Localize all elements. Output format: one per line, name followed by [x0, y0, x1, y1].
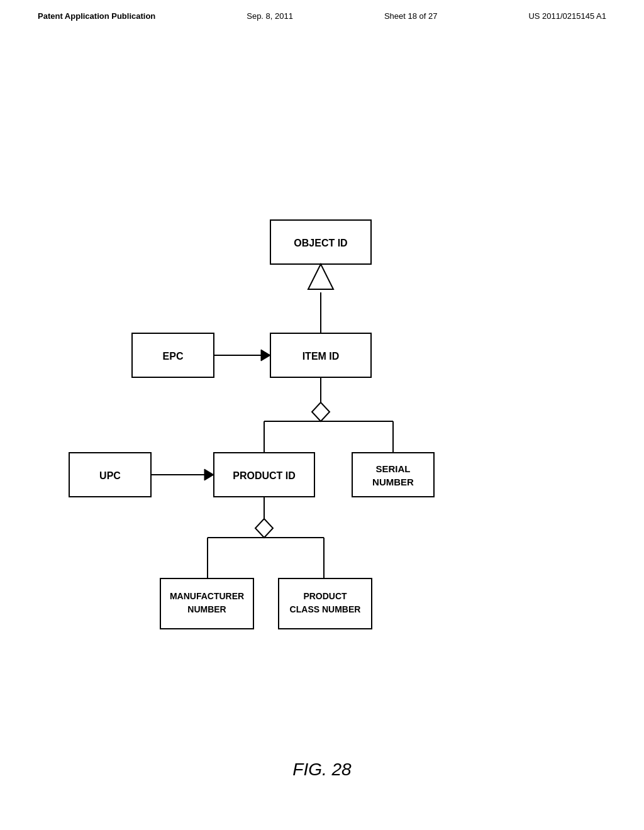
- svg-marker-20: [204, 469, 214, 480]
- figure-label: FIG. 28: [0, 760, 644, 780]
- header-date: Sep. 8, 2011: [247, 11, 293, 21]
- svg-rect-15: [214, 453, 314, 497]
- header-patent-number: US 2011/0215145 A1: [528, 11, 606, 21]
- header-sheet: Sheet 18 of 27: [384, 11, 438, 21]
- svg-rect-4: [270, 333, 371, 377]
- svg-text:NUMBER: NUMBER: [187, 604, 226, 614]
- page-header: Patent Application Publication Sep. 8, 2…: [0, 0, 644, 21]
- header-publication: Patent Application Publication: [38, 11, 155, 21]
- svg-marker-25: [255, 519, 273, 538]
- svg-text:UPC: UPC: [99, 470, 121, 481]
- svg-marker-3: [308, 264, 333, 289]
- svg-text:OBJECT ID: OBJECT ID: [294, 238, 347, 248]
- svg-text:SERIAL: SERIAL: [375, 463, 410, 474]
- svg-rect-17: [69, 453, 151, 497]
- svg-text:EPC: EPC: [163, 351, 184, 362]
- svg-text:CLASS NUMBER: CLASS NUMBER: [290, 604, 361, 614]
- svg-text:PRODUCT: PRODUCT: [303, 591, 347, 601]
- svg-text:NUMBER: NUMBER: [372, 477, 414, 487]
- svg-rect-6: [132, 333, 214, 377]
- svg-text:PRODUCT ID: PRODUCT ID: [233, 470, 296, 481]
- svg-rect-21: [352, 453, 434, 497]
- svg-rect-32: [279, 578, 372, 629]
- svg-rect-0: [270, 220, 371, 264]
- svg-marker-9: [261, 350, 270, 361]
- svg-text:MANUFACTURER: MANUFACTURER: [170, 591, 244, 601]
- svg-text:ITEM ID: ITEM ID: [303, 351, 340, 362]
- svg-marker-11: [312, 402, 330, 421]
- diagram-area: OBJECT ID ITEM ID EPC PRODUCT ID: [0, 101, 644, 641]
- diagram-svg: OBJECT ID ITEM ID EPC PRODUCT ID: [0, 101, 644, 641]
- svg-rect-29: [160, 578, 253, 629]
